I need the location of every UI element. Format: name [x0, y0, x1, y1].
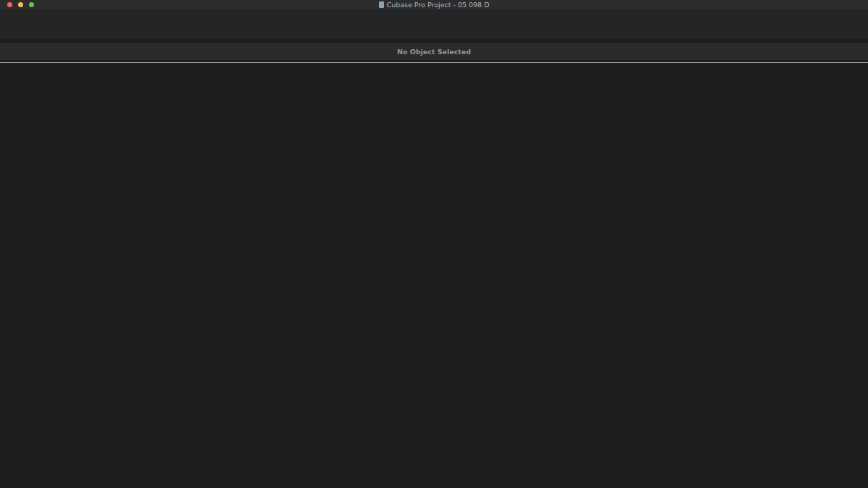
project-zone	[0, 0, 868, 488]
cubase-project-window: Cubase Pro Project - 05 098 D No Object …	[0, 0, 868, 488]
